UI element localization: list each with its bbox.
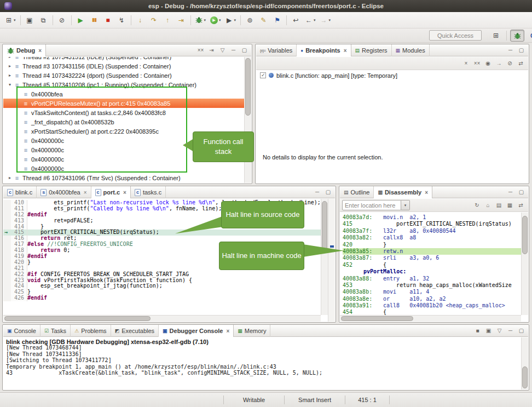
mark-occurrences-button[interactable]: ✎ <box>257 14 270 26</box>
tab-debugger-console[interactable]: ▣Debugger Console× <box>159 325 234 337</box>
scrollbar-thumb[interactable] <box>522 366 528 388</box>
disassembly-row[interactable]: 415 portEXIT_CRITICAL_NESTED(irqStatus) <box>343 221 521 227</box>
overview-marker[interactable] <box>330 245 334 248</box>
home-button[interactable]: ⌂ <box>483 200 493 210</box>
tab-blink-c[interactable]: cblink.c <box>3 186 37 198</box>
stack-frame-row[interactable]: ≡_frxt_dispatch() at 0x4008532b <box>3 117 244 127</box>
editor-overview-ruler[interactable] <box>328 199 335 322</box>
show-symbols-button[interactable]: ▦ <box>505 200 515 210</box>
last-edit-button[interactable]: ↩ <box>290 14 302 26</box>
tab-modules[interactable]: ▦Modules <box>392 44 430 56</box>
step-return-button[interactable]: ↑ <box>161 14 174 26</box>
save-all-button[interactable]: ⧉ <box>37 14 50 26</box>
remove-all-breakpoints-button[interactable]: ×× <box>472 59 482 68</box>
disassembly-row[interactable]: 40083a88: entry a1, 32 <box>343 276 521 282</box>
tab-executables[interactable]: ◩Executables <box>111 325 159 337</box>
location-dropdown-button[interactable]: ▾ <box>401 200 410 210</box>
thread-row[interactable]: ▸≡Thread #2 1073431512 (IDLE) (Suspended… <box>3 57 244 61</box>
step-into-button[interactable]: ↓ <box>134 14 147 26</box>
tab-tasks[interactable]: ☑Tasks <box>41 325 71 337</box>
instruction-stepping-button[interactable]: ⇥ <box>175 14 188 26</box>
terminate-button[interactable]: ■ <box>472 326 483 336</box>
minimize-button[interactable]: ─ <box>312 187 322 197</box>
disassembly-listing[interactable]: 40083a7d: movi.n a2, 1415 portEXIT_CRITI… <box>340 213 521 315</box>
disassembly-row[interactable]: 453 return heap_caps_malloc(xWantedSize <box>343 282 521 289</box>
scrollbar-thumb[interactable] <box>522 216 528 254</box>
code-line[interactable]: 424 esp_set_breakpoint_if_jtag(function)… <box>3 283 321 289</box>
tab-memory[interactable]: ▦Memory <box>234 325 270 337</box>
thread-row[interactable]: ▸≡Thread #6 1073431096 (Tmr Svc) (Suspen… <box>3 173 244 182</box>
editor-horizontal-scrollbar[interactable] <box>3 315 321 322</box>
window-titlebar[interactable]: esp - Debug - /home/krzysztof/esp/esp-id… <box>0 0 532 12</box>
minimize-button[interactable]: ─ <box>505 187 516 197</box>
breakpoint-item[interactable]: blink.c [function: app_main] [type: Temp… <box>256 71 528 80</box>
disassembly-content[interactable]: 40083a7d: movi.n a2, 1415 portEXIT_CRITI… <box>340 213 528 322</box>
show-breakpoints-for-selection-button[interactable]: ◉ <box>483 59 493 68</box>
stack-frame-row[interactable]: ≡0x4000000c <box>3 145 244 154</box>
debug-perspective-button[interactable] <box>510 30 524 42</box>
tab-registers[interactable]: ▤Registers <box>351 44 392 56</box>
debug-vertical-scrollbar[interactable] <box>244 57 251 183</box>
scrollbar-thumb[interactable] <box>322 201 327 250</box>
minimize-button[interactable]: ─ <box>228 45 239 55</box>
disassembly-row[interactable]: 452 { <box>343 262 521 268</box>
disassembly-vertical-scrollbar[interactable] <box>521 213 528 315</box>
code-line[interactable]: 420} <box>3 260 321 266</box>
new-button[interactable]: ⊞▾ <box>3 14 18 26</box>
location-input[interactable]: Enter location here <box>342 200 401 210</box>
maximize-button[interactable]: ▢ <box>516 326 527 336</box>
twistie-icon[interactable]: ▸ <box>7 73 13 78</box>
disassembly-row[interactable]: 454 { <box>343 309 521 315</box>
stack-frame-row[interactable]: ≡0x4000000c <box>3 154 244 164</box>
tab-disassembly[interactable]: ▥Disassembly× <box>374 186 432 198</box>
code-line[interactable]: 413 ret=pdFALSE; <box>3 218 321 224</box>
skip-all-breakpoints-button[interactable]: ⊘ <box>56 14 68 26</box>
tab-console[interactable]: ▣Console <box>3 325 41 337</box>
view-menu-button[interactable]: ▽ <box>494 326 505 336</box>
close-icon[interactable]: × <box>84 190 87 196</box>
scrollbar-thumb[interactable] <box>341 316 413 321</box>
tab-port-c[interactable]: cport.c× <box>91 186 131 198</box>
stack-frame-row[interactable]: ≡0x4000bfea <box>3 89 244 99</box>
open-perspective-button[interactable]: ⊞ <box>489 30 503 42</box>
console-output[interactable]: blink checking [GDB Hardware Debugging] … <box>3 337 528 389</box>
editor-vertical-scrollbar[interactable] <box>321 199 328 315</box>
code-line[interactable]: 425} <box>3 289 321 295</box>
cpp-perspective-button[interactable]: C <box>525 30 532 42</box>
disassembly-row[interactable]: pvPortMalloc: <box>343 268 521 275</box>
search-button[interactable]: ⊚ <box>244 14 256 26</box>
tab-0x4000bfea[interactable]: s0x4000bfea× <box>37 186 91 198</box>
twistie-icon[interactable]: ▸ <box>7 57 13 59</box>
thread-row[interactable]: ▸≡Thread #4 1073432224 (dport) (Suspende… <box>3 71 244 80</box>
thread-row[interactable]: ▸≡Thread #3 1073431156 (IDLE) (Suspended… <box>3 61 244 71</box>
external-tools-button[interactable]: ▶▾ <box>224 14 238 26</box>
tab-debug[interactable]: Debug× <box>3 44 46 56</box>
code-line[interactable]: 411 ets_printf("Called by %s line %d\n",… <box>3 206 321 212</box>
maximize-button[interactable]: ▢ <box>239 45 250 55</box>
sync-button[interactable]: ⇄ <box>516 200 526 210</box>
remove-all-terminated-button[interactable]: ×× <box>195 45 206 55</box>
bookmark-button[interactable]: ⚑ <box>271 14 284 26</box>
twistie-icon[interactable]: ▸ <box>7 175 13 180</box>
debug-button[interactable]: ▾ <box>194 14 208 26</box>
disassembly-horizontal-scrollbar[interactable] <box>340 315 521 322</box>
save-button[interactable]: ▣ <box>24 14 36 26</box>
close-icon[interactable]: × <box>123 190 126 196</box>
twistie-icon[interactable]: ▾ <box>7 82 13 87</box>
back-button[interactable]: ←▾ <box>303 14 317 26</box>
refresh-button[interactable]: ↻ <box>472 200 482 210</box>
console-display-button[interactable]: ▣ <box>483 326 494 336</box>
disassembly-row[interactable]: 40083a87: srli a3, a0, 6 <box>343 255 521 261</box>
disconnect-button[interactable]: ↯ <box>115 14 128 26</box>
stack-frame-row[interactable]: ≡vPortCPUReleaseMutex() at port.c:415 0x… <box>3 99 244 108</box>
disassembly-row[interactable]: 40083a91: call8 0x40081b20 <heap_caps_ma… <box>343 302 521 309</box>
twistie-icon[interactable]: ▸ <box>7 64 13 68</box>
tab-tasks-c[interactable]: ctasks.c <box>131 186 166 198</box>
disassembly-row[interactable]: 420 } <box>343 242 521 248</box>
scrollbar-thumb[interactable] <box>245 58 251 116</box>
breakpoint-checkbox[interactable] <box>260 72 266 78</box>
forward-button[interactable]: →▾ <box>319 14 333 26</box>
remove-breakpoint-button[interactable]: × <box>461 59 471 68</box>
code-line[interactable]: 426#endif <box>3 295 321 301</box>
close-icon[interactable]: × <box>226 328 229 334</box>
